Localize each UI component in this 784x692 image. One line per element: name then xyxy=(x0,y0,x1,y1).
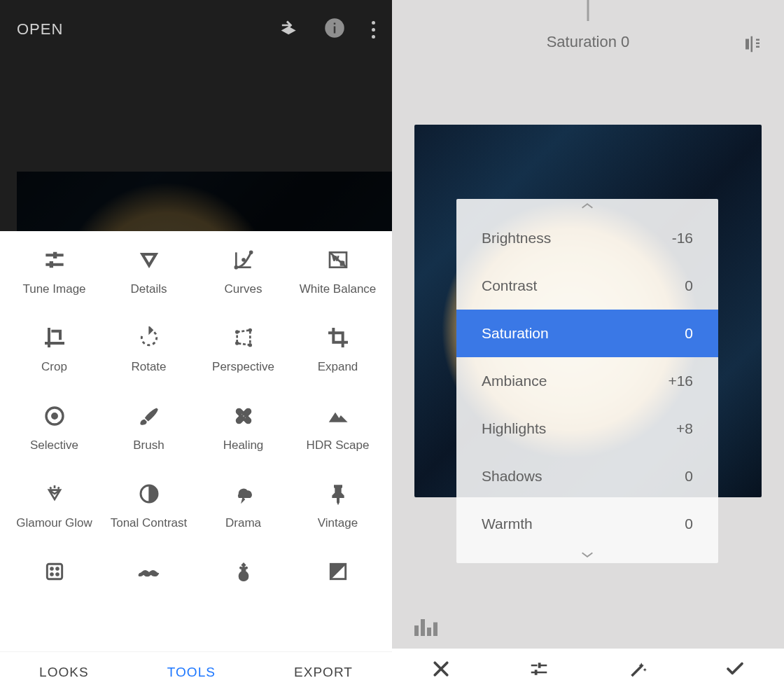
tool-label: Tune Image xyxy=(22,282,85,296)
right-header: Saturation 0 xyxy=(392,0,784,84)
svg-text:B: B xyxy=(340,260,344,267)
compare-icon[interactable] xyxy=(742,34,763,57)
cancel-button[interactable] xyxy=(430,658,451,682)
tools-grid: Tune Image Details Curves WB xyxy=(7,248,385,593)
tool-expand[interactable]: Expand xyxy=(290,326,385,374)
left-pane: OPEN xyxy=(0,0,392,692)
tool-label: HDR Scape xyxy=(307,438,370,452)
svg-point-17 xyxy=(242,415,244,417)
cloud-bolt-icon xyxy=(232,482,255,506)
svg-rect-29 xyxy=(414,625,419,636)
curves-icon xyxy=(232,248,255,272)
svg-rect-1 xyxy=(334,27,336,34)
param-row-shadows[interactable]: Shadows 0 xyxy=(456,452,718,500)
svg-point-3 xyxy=(234,266,237,269)
param-value: +16 xyxy=(668,373,693,389)
param-name: Saturation xyxy=(482,325,549,342)
histogram-icon[interactable] xyxy=(414,619,440,639)
tool-tonal-contrast[interactable]: Tonal Contrast xyxy=(102,482,196,530)
mustache-icon xyxy=(137,560,161,583)
svg-point-10 xyxy=(248,329,251,332)
apply-button[interactable] xyxy=(724,658,746,682)
tool-label: Tonal Contrast xyxy=(111,515,188,530)
brush-icon xyxy=(137,404,161,428)
right-bottom-bar xyxy=(392,649,784,692)
tool-label: Rotate xyxy=(131,359,166,374)
wb-icon: WB xyxy=(326,248,350,272)
svg-rect-31 xyxy=(427,628,431,636)
param-name: Warmth xyxy=(482,515,533,532)
tool-curves[interactable]: Curves xyxy=(196,248,290,296)
target-dot-icon xyxy=(43,404,66,428)
tool-details[interactable]: Details xyxy=(102,248,196,296)
tool-brush[interactable]: Brush xyxy=(102,404,196,452)
svg-point-25 xyxy=(55,573,58,576)
tools-sheet: Tune Image Details Curves WB xyxy=(0,231,392,651)
open-button[interactable]: OPEN xyxy=(17,20,63,39)
chevron-down-icon xyxy=(456,548,718,563)
svg-point-22 xyxy=(50,567,52,570)
bandage-icon xyxy=(232,404,255,428)
tool-white-balance[interactable]: WB White Balance xyxy=(290,248,385,296)
tool-label: Perspective xyxy=(212,359,274,374)
adjust-button[interactable] xyxy=(528,658,550,682)
svg-rect-2 xyxy=(334,23,336,25)
mountains-icon xyxy=(326,404,350,428)
svg-point-18 xyxy=(241,413,242,415)
tool-drama[interactable]: Drama xyxy=(196,482,290,530)
param-row-saturation[interactable]: Saturation 0 xyxy=(456,310,718,357)
dice-icon xyxy=(43,560,66,583)
tool-black-white[interactable] xyxy=(290,560,385,593)
tool-vintage[interactable]: Vintage xyxy=(290,482,385,530)
left-header: OPEN xyxy=(0,0,392,59)
param-value: 0 xyxy=(685,277,693,294)
tool-rotate[interactable]: Rotate xyxy=(102,326,196,374)
param-row-ambiance[interactable]: Ambiance +16 xyxy=(456,357,718,405)
tab-looks[interactable]: LOOKS xyxy=(39,665,88,680)
left-upper-area: OPEN xyxy=(0,0,392,231)
half-circle-icon xyxy=(137,482,161,506)
bw-square-icon xyxy=(326,560,350,583)
param-name: Highlights xyxy=(482,420,546,437)
parameter-list[interactable]: Brightness -16 Contrast 0 Saturation 0 A… xyxy=(456,199,718,563)
header-actions xyxy=(278,18,375,41)
param-name: Shadows xyxy=(482,468,542,485)
tool-label: Glamour Glow xyxy=(16,515,92,530)
tool-crop[interactable]: Crop xyxy=(7,326,102,374)
tab-export[interactable]: EXPORT xyxy=(294,665,353,680)
undo-stack-icon[interactable] xyxy=(278,18,298,41)
info-icon[interactable] xyxy=(324,18,345,41)
tool-healing[interactable]: Healing xyxy=(196,404,290,452)
tool-label: Expand xyxy=(318,359,358,374)
param-value: +8 xyxy=(676,420,693,437)
svg-point-9 xyxy=(235,331,238,333)
param-row-warmth[interactable]: Warmth 0 xyxy=(456,500,718,548)
pushpin-icon xyxy=(326,482,350,506)
svg-point-27 xyxy=(245,567,247,569)
sliders-icon xyxy=(43,248,66,272)
tool-retrolux[interactable] xyxy=(102,560,196,593)
current-parameter-title: Saturation 0 xyxy=(547,33,630,51)
auto-button[interactable] xyxy=(626,658,648,682)
tool-perspective[interactable]: Perspective xyxy=(196,326,290,374)
tool-glamour-glow[interactable]: Glamour Glow xyxy=(7,482,102,530)
param-row-highlights[interactable]: Highlights +8 xyxy=(456,405,718,452)
overflow-menu-icon[interactable] xyxy=(372,21,375,39)
param-row-contrast[interactable]: Contrast 0 xyxy=(456,262,718,310)
tool-hdr-scape[interactable]: HDR Scape xyxy=(290,404,385,452)
tool-tune-image[interactable]: Tune Image xyxy=(7,248,102,296)
tab-tools[interactable]: TOOLS xyxy=(167,665,216,680)
param-row-brightness[interactable]: Brightness -16 xyxy=(456,214,718,262)
right-pane: Saturation 0 Brightness -16 Contrast 0 S… xyxy=(392,0,784,692)
tool-label: Curves xyxy=(225,282,262,296)
tool-label: Healing xyxy=(223,438,264,452)
tool-grunge[interactable] xyxy=(196,560,290,593)
param-name: Ambiance xyxy=(482,373,547,389)
tool-label: Selective xyxy=(30,438,78,452)
tool-label: White Balance xyxy=(300,282,377,296)
tool-selective[interactable]: Selective xyxy=(7,404,102,452)
crop-icon xyxy=(43,326,66,350)
tool-grainy-film[interactable] xyxy=(7,560,102,593)
param-name: Contrast xyxy=(482,277,537,294)
svg-point-12 xyxy=(235,342,238,345)
